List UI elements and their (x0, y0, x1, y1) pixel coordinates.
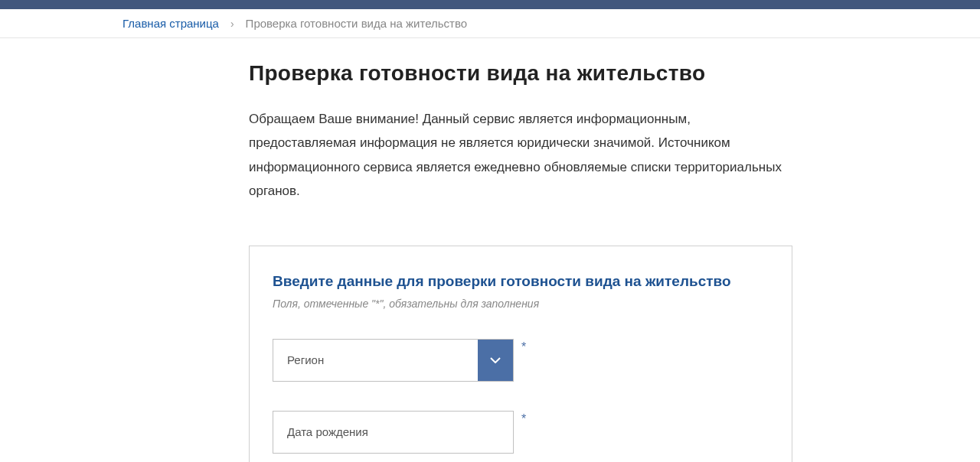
birthdate-field-row: * (273, 411, 769, 454)
breadcrumb: Главная страница › Проверка готовности в… (122, 9, 858, 37)
page-title: Проверка готовности вида на жительство (249, 61, 792, 86)
breadcrumb-home-link[interactable]: Главная страница (122, 17, 219, 30)
breadcrumb-bar: Главная страница › Проверка готовности в… (0, 9, 980, 38)
chevron-right-icon: › (230, 18, 234, 30)
top-bar (0, 0, 980, 9)
breadcrumb-current: Проверка готовности вида на жительство (246, 17, 468, 30)
form-card: Введите данные для проверки готовности в… (249, 246, 792, 462)
region-field-row: Регион * (273, 339, 769, 382)
required-mark: * (521, 340, 526, 354)
region-select[interactable]: Регион (273, 339, 514, 382)
chevron-down-icon (490, 357, 501, 363)
notice-text: Обращаем Ваше внимание! Данный сервис яв… (249, 107, 792, 203)
region-select-label: Регион (273, 340, 478, 381)
region-dropdown-button[interactable] (478, 340, 513, 381)
form-hint: Поля, отмеченные "*", обязательны для за… (273, 298, 769, 310)
required-mark: * (521, 412, 526, 426)
birthdate-input[interactable] (287, 425, 499, 438)
form-title: Введите данные для проверки готовности в… (273, 273, 769, 290)
birthdate-input-wrap (273, 411, 514, 454)
